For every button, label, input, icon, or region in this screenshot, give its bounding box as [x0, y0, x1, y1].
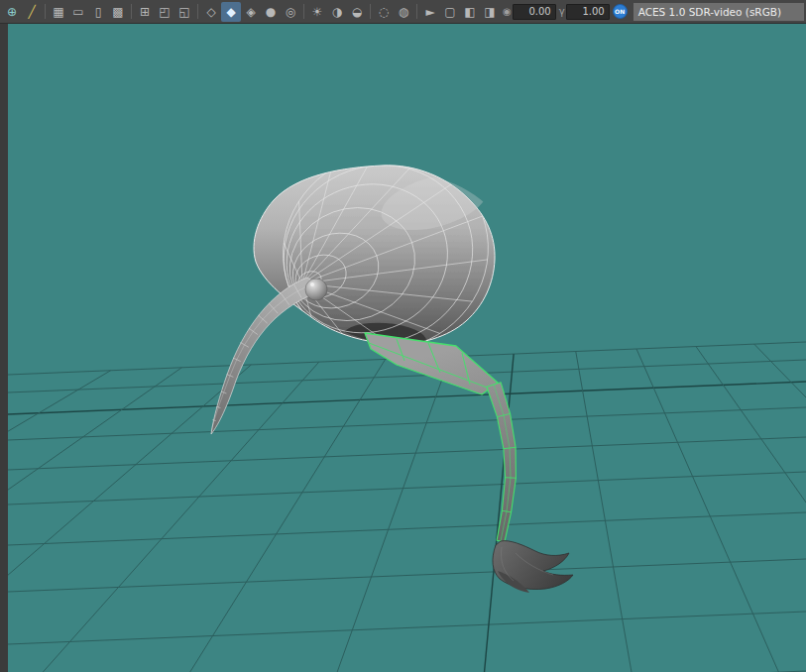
window-left-edge	[0, 24, 8, 672]
panel-toolbar-icons: ⊕╱▦▭▯▩⊞◰◱◇◆◈●◎☀◑◒◌◍►▢◧◨	[2, 2, 500, 22]
textured-mode-icon[interactable]: ◈	[241, 2, 261, 22]
gate-mask-icon[interactable]: ▩	[108, 2, 128, 22]
shaded-mode-icon[interactable]: ◆	[221, 2, 241, 22]
shadows-icon[interactable]: ◑	[327, 2, 347, 22]
select-highlight-icon[interactable]: ►	[420, 2, 440, 22]
maya-viewport-window: ⊕╱▦▭▯▩⊞◰◱◇◆◈●◎☀◑◒◌◍►▢◧◨ ◉ γ ON ACES 1.0 …	[0, 0, 806, 672]
toolbar-separator	[45, 4, 46, 19]
exposure-icon[interactable]: ◉	[503, 6, 512, 17]
toolbar-separator	[303, 4, 304, 19]
toolbar-separator	[131, 4, 132, 19]
wireframe-on-shaded-icon[interactable]: ◎	[281, 2, 300, 22]
gamma-field[interactable]	[566, 4, 610, 20]
panel-toolbar: ⊕╱▦▭▯▩⊞◰◱◇◆◈●◎☀◑◒◌◍►▢◧◨ ◉ γ ON ACES 1.0 …	[0, 0, 806, 24]
isolate-select-icon[interactable]: ▢	[440, 2, 460, 22]
toolbar-separator	[416, 4, 417, 19]
move-tool-icon[interactable]: ⊕	[2, 2, 22, 22]
field-chart-icon[interactable]: ⊞	[135, 2, 155, 22]
selected-leg-shin[interactable]	[487, 383, 517, 542]
safe-action-icon[interactable]: ◰	[155, 2, 174, 22]
toolbar-separator	[370, 4, 371, 19]
safe-title-icon[interactable]: ◱	[174, 2, 194, 22]
model-foot[interactable]	[493, 541, 573, 593]
ground-grid	[8, 342, 806, 672]
toolbar-separator	[197, 4, 198, 19]
panel-layout-icon[interactable]: ◧	[460, 2, 480, 22]
screen-space-ao-icon[interactable]: ◒	[347, 2, 367, 22]
pencil-tool-icon[interactable]: ╱	[22, 2, 42, 22]
gamma-icon[interactable]: γ	[559, 6, 565, 17]
viewport[interactable]	[8, 24, 806, 672]
exposure-field[interactable]	[513, 4, 556, 20]
anti-aliasing-icon[interactable]: ◍	[394, 2, 413, 22]
selected-leg[interactable]	[365, 333, 516, 542]
film-gate-icon[interactable]: ▭	[68, 2, 88, 22]
selected-leg-thigh[interactable]	[365, 333, 498, 394]
panel-layout-alt-icon[interactable]: ◨	[480, 2, 500, 22]
character-model[interactable]	[211, 124, 573, 593]
use-default-material-icon[interactable]: ●	[261, 2, 281, 22]
all-lights-icon[interactable]: ☀	[307, 2, 327, 22]
view-transform-label[interactable]: ACES 1.0 SDR-video (sRGB)	[633, 3, 804, 21]
color-management-toggle[interactable]: ON	[613, 4, 628, 19]
wireframe-mode-icon[interactable]: ◇	[201, 2, 221, 22]
eye-specular	[310, 282, 314, 286]
resolution-gate-icon[interactable]: ▯	[88, 2, 108, 22]
motion-blur-icon[interactable]: ◌	[374, 2, 394, 22]
model-eye[interactable]	[305, 279, 327, 300]
grid-icon[interactable]: ▦	[49, 2, 68, 22]
